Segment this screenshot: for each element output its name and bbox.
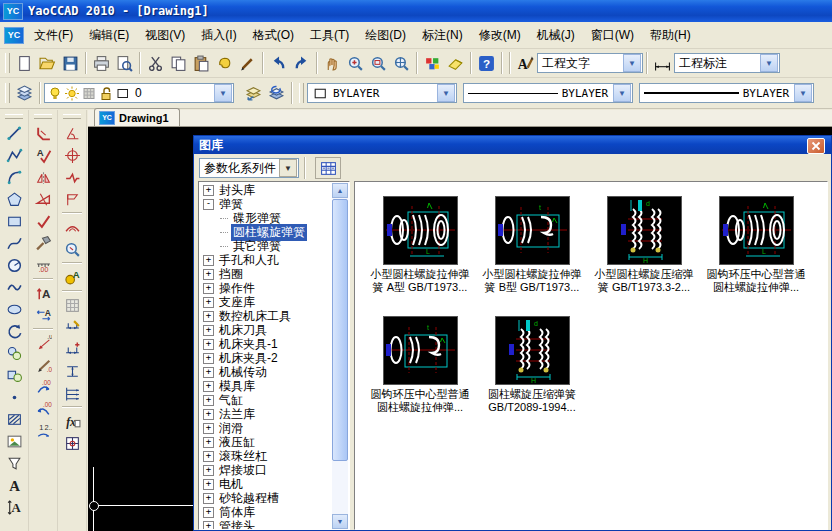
measure-icon[interactable]: .00 bbox=[32, 254, 54, 276]
format-painter-icon[interactable] bbox=[213, 52, 236, 75]
menu-item-2[interactable]: 视图(V) bbox=[137, 24, 193, 47]
color-palette-icon[interactable] bbox=[421, 52, 444, 75]
expand-icon[interactable]: + bbox=[203, 479, 214, 490]
expand-icon[interactable]: + bbox=[203, 339, 214, 350]
expand-icon[interactable]: + bbox=[203, 367, 214, 378]
copy-icon[interactable] bbox=[167, 52, 190, 75]
mirror-icon[interactable] bbox=[32, 166, 54, 188]
jog-icon[interactable] bbox=[61, 166, 83, 188]
chevron-down-icon[interactable]: ▼ bbox=[794, 84, 812, 102]
cut-icon[interactable] bbox=[144, 52, 167, 75]
expand-icon[interactable]: + bbox=[203, 185, 214, 196]
expand-icon[interactable]: + bbox=[203, 465, 214, 476]
fx-icon[interactable]: fx bbox=[61, 410, 83, 432]
grid-view-icon[interactable] bbox=[315, 157, 341, 179]
layer-combo[interactable]: 0 ▼ bbox=[44, 83, 234, 103]
spline-icon[interactable] bbox=[3, 232, 25, 254]
menu-item-6[interactable]: 绘图(D) bbox=[357, 24, 414, 47]
expand-icon[interactable]: + bbox=[203, 507, 214, 518]
expand-icon[interactable]: + bbox=[203, 269, 214, 280]
text-icon[interactable]: A bbox=[3, 474, 25, 496]
lock-icon[interactable] bbox=[98, 85, 114, 101]
zoom-window-icon[interactable] bbox=[367, 52, 390, 75]
menu-item-5[interactable]: 工具(T) bbox=[302, 24, 357, 47]
spring-preview-image[interactable]: L bbox=[719, 196, 794, 265]
eraser-icon[interactable] bbox=[444, 52, 467, 75]
hatch-icon[interactable] bbox=[3, 408, 25, 430]
chamfer-icon[interactable] bbox=[32, 122, 54, 144]
print-preview-icon[interactable] bbox=[113, 52, 136, 75]
redo-icon[interactable] bbox=[290, 52, 313, 75]
library-thumbnail-5[interactable]: d H圆柱螺旋压缩弹簧GB/T2089-1994... bbox=[476, 312, 588, 430]
window-titlebar[interactable]: YC YaoCCAD 2010 - [Drawing1] bbox=[0, 0, 832, 22]
library-thumbnail-4[interactable]: t 圆钩环压中心型普通圆柱螺旋拉伸弹... bbox=[364, 312, 476, 430]
menu-item-10[interactable]: 窗口(W) bbox=[583, 24, 642, 47]
expand-icon[interactable]: + bbox=[203, 255, 214, 266]
sequence-icon[interactable]: 12.. bbox=[32, 420, 54, 442]
scroll-up-icon[interactable]: ▲ bbox=[332, 183, 348, 198]
category-combo[interactable]: 参数化系列件 ▼ bbox=[199, 158, 299, 178]
spring-preview-image[interactable]: L bbox=[383, 196, 458, 265]
toolbar-grip[interactable] bbox=[63, 114, 81, 119]
chevron-down-icon[interactable]: ▼ bbox=[623, 54, 641, 72]
layer-states-icon[interactable] bbox=[265, 82, 288, 105]
toolbar-grip[interactable] bbox=[299, 83, 304, 103]
menu-item-7[interactable]: 标注(N) bbox=[414, 24, 471, 47]
toolbar-grip[interactable] bbox=[5, 53, 10, 73]
close-icon[interactable] bbox=[807, 138, 825, 154]
leader-icon[interactable]: .00 bbox=[32, 332, 54, 354]
chevron-down-icon[interactable]: ▼ bbox=[437, 84, 455, 102]
layer-previous-icon[interactable] bbox=[242, 82, 265, 105]
menu-item-8[interactable]: 修改(M) bbox=[471, 24, 529, 47]
line-icon[interactable] bbox=[3, 122, 25, 144]
ellipse-icon[interactable] bbox=[3, 298, 25, 320]
dialog-titlebar[interactable]: 图库 bbox=[194, 136, 831, 154]
open-icon[interactable] bbox=[36, 52, 59, 75]
hammer-icon[interactable] bbox=[32, 232, 54, 254]
menu-item-1[interactable]: 编辑(E) bbox=[81, 24, 137, 47]
tolerance-icon[interactable] bbox=[61, 188, 83, 210]
library-thumbnail-0[interactable]: L 小型圆柱螺旋拉伸弹簧 A型 GB/T1973... bbox=[364, 192, 476, 310]
magnify-view-icon[interactable] bbox=[61, 238, 83, 260]
dim-update-icon[interactable] bbox=[61, 338, 83, 360]
menu-item-0[interactable]: 文件(F) bbox=[26, 24, 81, 47]
wedge-icon[interactable] bbox=[32, 188, 54, 210]
layers-icon[interactable] bbox=[13, 82, 36, 105]
library-thumbnail-3[interactable]: L 圆钩环压中心型普通圆柱螺旋拉伸弹... bbox=[700, 192, 812, 310]
expand-icon[interactable]: + bbox=[203, 493, 214, 504]
menu-item-4[interactable]: 格式(O) bbox=[245, 24, 302, 47]
save-icon[interactable] bbox=[59, 52, 82, 75]
expand-icon[interactable]: + bbox=[203, 381, 214, 392]
copy-object-icon[interactable] bbox=[3, 342, 25, 364]
spring-preview-image[interactable]: t bbox=[383, 316, 458, 385]
dim-baseline-icon[interactable] bbox=[61, 382, 83, 404]
help-icon[interactable]: ? bbox=[475, 52, 498, 75]
spring-preview-image[interactable]: d H bbox=[607, 196, 682, 265]
text-vertical-icon[interactable]: A bbox=[3, 496, 25, 518]
undo-icon[interactable] bbox=[267, 52, 290, 75]
tree-scrollbar[interactable]: ▲ ▼ bbox=[332, 183, 348, 529]
expand-icon[interactable]: + bbox=[203, 283, 214, 294]
arc-icon[interactable] bbox=[3, 166, 25, 188]
bulb-icon[interactable] bbox=[47, 85, 63, 101]
spring-preview-image[interactable]: t bbox=[495, 196, 570, 265]
center-mark-icon[interactable] bbox=[61, 144, 83, 166]
expand-icon[interactable]: + bbox=[203, 423, 214, 434]
scroll-down-icon[interactable]: ▼ bbox=[332, 514, 348, 529]
wave-icon[interactable] bbox=[3, 276, 25, 298]
pencil-icon[interactable] bbox=[236, 52, 259, 75]
text-up-icon[interactable]: A bbox=[32, 282, 54, 304]
expand-icon[interactable]: + bbox=[203, 395, 214, 406]
dim-align-icon[interactable] bbox=[61, 360, 83, 382]
linetype-combo[interactable]: BYLAYER ▼ bbox=[463, 83, 633, 103]
welding-icon[interactable] bbox=[61, 216, 83, 238]
circle-icon[interactable] bbox=[3, 254, 25, 276]
scrollbar-thumb[interactable] bbox=[332, 199, 348, 461]
expand-icon[interactable]: + bbox=[203, 437, 214, 448]
text-swap-icon[interactable]: A bbox=[32, 304, 54, 326]
dim-edit-icon[interactable] bbox=[61, 316, 83, 338]
chevron-down-icon[interactable]: ▼ bbox=[214, 84, 232, 102]
sun-icon[interactable] bbox=[64, 85, 80, 101]
text-style-combo[interactable]: 工程文字 ▼ bbox=[537, 53, 643, 73]
library-thumbnail-1[interactable]: t 小型圆柱螺旋拉伸弹簧 B型 GB/T1973... bbox=[476, 192, 588, 310]
